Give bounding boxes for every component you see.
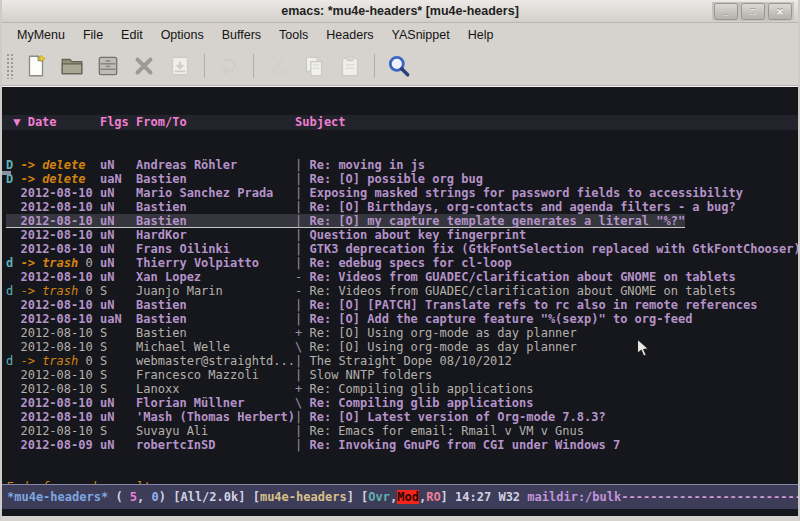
new-file-icon[interactable] — [21, 52, 51, 80]
message-row[interactable]: D -> delete uaN Bastien | Re: [O] possib… — [2, 172, 798, 186]
modeline-segment: , — [137, 490, 151, 504]
message-row[interactable]: 2012-08-10 uN Mario Sanchez Prada | Expo… — [2, 186, 798, 200]
emacs-window: emacs: *mu4e-headers* [mu4e-headers] _ □… — [0, 0, 800, 521]
undo-icon — [214, 52, 244, 80]
mouse-cursor — [634, 338, 652, 362]
message-row[interactable]: 2012-08-10 uaN Bastien | Re: [O] Add the… — [2, 312, 798, 326]
modeline-segment: , — [390, 490, 397, 504]
message-row[interactable]: 2012-08-10 uN Bastien | Re: [O] [PATCH] … — [2, 298, 798, 312]
modeline-segment: Ovr — [368, 490, 390, 504]
headers-column-header: ▼ Date Flgs From/To Subject — [2, 115, 798, 130]
message-row[interactable]: 2012-08-10 S Bastien + Re: [O] Using org… — [2, 326, 798, 340]
minimize-button[interactable]: _ — [714, 3, 738, 20]
modeline-segment: , — [419, 490, 426, 504]
message-row[interactable]: 2012-08-10 uN HardKor | Question about k… — [2, 228, 798, 242]
message-row[interactable]: 2012-08-09 uN robertcInSD | Re: Invoking… — [2, 438, 798, 452]
close-button[interactable]: ✕ — [768, 3, 792, 20]
mode-line: *mu4e-headers* ( 5, 0) [All/2.0k] [mu4e-… — [2, 484, 798, 509]
modeline-segment: ] [ — [347, 490, 369, 504]
menu-item-options[interactable]: Options — [152, 25, 213, 45]
message-row[interactable]: 2012-08-10 uN Bastien | Re: [O] my captu… — [2, 214, 798, 228]
menu-item-buffers[interactable]: Buffers — [213, 25, 270, 45]
message-row[interactable]: D -> delete uN Andreas Röhler | Re: movi… — [2, 158, 798, 172]
modeline-segment: ] 14:27 W32 — [441, 490, 528, 504]
modeline-segment: maildir:/bulk — [527, 490, 621, 504]
toolbar-separator — [374, 54, 375, 78]
current-message-highlight: 2012-08-10 uN Bastien | Re: [O] my captu… — [6, 214, 685, 228]
title-bar[interactable]: emacs: *mu4e-headers* [mu4e-headers] _ □… — [2, 0, 798, 23]
toolbar-drag-handle[interactable] — [6, 53, 13, 79]
modeline-segment: ) [All/2.0k] [ — [159, 490, 260, 504]
save-as-icon — [165, 52, 195, 80]
delete-icon[interactable] — [129, 52, 159, 80]
cut-icon — [263, 52, 293, 80]
menu-bar: MyMenuFileEditOptionsBuffersToolsHeaders… — [2, 23, 798, 47]
copy-icon — [299, 52, 329, 80]
message-list: D -> delete uN Andreas Röhler | Re: movi… — [2, 158, 798, 452]
menu-item-mymenu[interactable]: MyMenu — [8, 25, 74, 45]
save-icon[interactable] — [93, 52, 123, 80]
toolbar-separator — [204, 54, 205, 78]
message-row[interactable]: 2012-08-10 uN Xan Lopez - Re: Videos fro… — [2, 270, 798, 284]
minibuffer-echo-area[interactable] — [2, 509, 798, 516]
menu-item-help[interactable]: Help — [459, 25, 503, 45]
message-row[interactable]: 2012-08-10 uN Frans Oilinki | GTK3 depre… — [2, 242, 798, 256]
message-row[interactable]: 2012-08-10 uN Bastien | Re: [O] Birthday… — [2, 200, 798, 214]
menu-item-headers[interactable]: Headers — [317, 25, 382, 45]
toolbar-separator — [253, 54, 254, 78]
scrollbar-thumb[interactable] — [2, 171, 11, 175]
window-title: emacs: *mu4e-headers* [mu4e-headers] — [2, 4, 798, 18]
search-icon[interactable] — [384, 52, 414, 80]
message-row[interactable]: 2012-08-10 S Suvayu Ali | Re: Emacs for … — [2, 424, 798, 438]
end-of-search-results: End of search results — [2, 480, 798, 484]
message-row[interactable]: 2012-08-10 S Francesco Mazzoli | Slow NN… — [2, 368, 798, 382]
paste-icon — [335, 52, 365, 80]
menu-item-edit[interactable]: Edit — [112, 25, 152, 45]
modeline-segment: *mu4e-headers* — [7, 490, 108, 504]
message-row[interactable]: d -> trash 0 S Juanjo Marin - Re: Videos… — [2, 284, 798, 298]
toolbar — [2, 47, 798, 86]
menu-item-tools[interactable]: Tools — [270, 25, 317, 45]
modeline-segment: 0 — [152, 490, 159, 504]
maximize-button[interactable]: □ — [741, 3, 765, 20]
window-controls: _ □ ✕ — [712, 2, 794, 21]
message-row[interactable]: 2012-08-10 uN Florian Müllner \ Re: Comp… — [2, 396, 798, 410]
modeline-segment: 5 — [130, 490, 137, 504]
modeline-segment: ----------------------------------------… — [621, 490, 798, 504]
mu4e-headers-buffer[interactable]: ▼ Date Flgs From/To Subject D -> delete … — [2, 86, 798, 484]
message-row[interactable]: d -> trash 0 uN Thierry Volpiatto | Re: … — [2, 256, 798, 270]
modeline-segment: mu4e-headers — [260, 490, 347, 504]
message-row[interactable]: 2012-08-10 S Michael Welle \ Re: [O] Usi… — [2, 340, 798, 354]
modeline-segment: RO — [426, 490, 440, 504]
menu-item-file[interactable]: File — [74, 25, 112, 45]
message-row[interactable]: 2012-08-10 uN 'Mash (Thomas Herbert)| Re… — [2, 410, 798, 424]
message-row[interactable]: 2012-08-10 S Lanoxx + Re: Compiling glib… — [2, 382, 798, 396]
menu-item-yasnippet[interactable]: YASnippet — [383, 25, 459, 45]
modeline-segment: ( — [108, 490, 130, 504]
message-row[interactable]: d -> trash 0 S webmaster@straightd...| T… — [2, 354, 798, 368]
open-folder-icon[interactable] — [57, 52, 87, 80]
modeline-segment: Mod — [397, 490, 419, 504]
